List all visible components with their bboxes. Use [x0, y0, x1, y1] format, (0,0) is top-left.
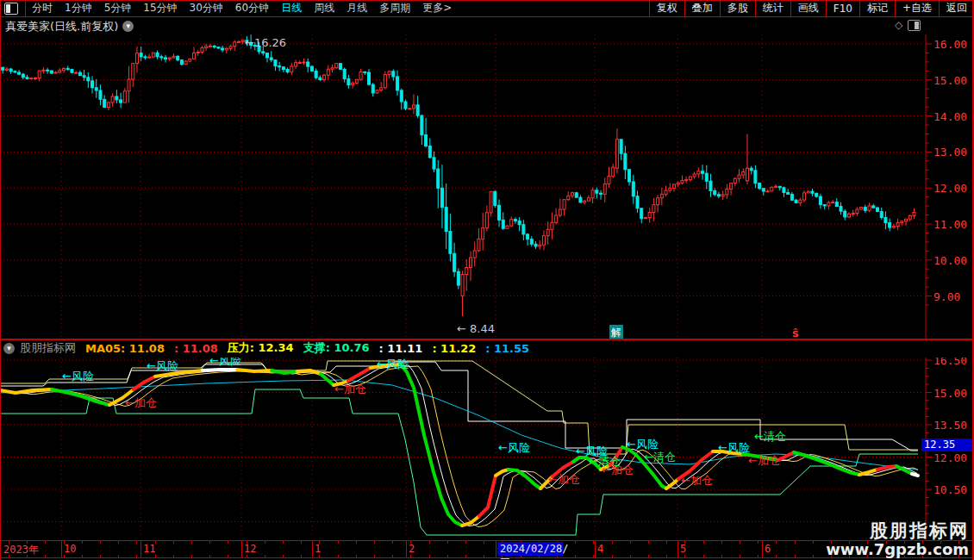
axis-tick [575, 555, 576, 557]
menu-item-日线[interactable]: 日线 [275, 1, 308, 16]
menu-item-统计[interactable]: 统计 [756, 1, 790, 16]
month-separator [241, 541, 242, 557]
menu-item-15分钟[interactable]: 15分钟 [137, 1, 183, 16]
axis-tick [374, 555, 375, 557]
lower-band-line [0, 389, 918, 535]
axis-tick [740, 541, 740, 544]
axis-label: 1 [315, 543, 321, 555]
menu-item-返回[interactable]: 返回 [940, 1, 974, 16]
svg-text:14.00: 14.00 [933, 110, 967, 123]
axis-tick [338, 541, 339, 544]
axis-tick [630, 541, 631, 544]
indicator-value: MA05: 11.08 [85, 342, 165, 355]
signal-risk: ←风险 [147, 359, 178, 372]
month-separator [312, 541, 313, 557]
menubar: 分时1分钟5分钟15分钟30分钟60分钟日线周线月线多周期更多> 复权叠加多股统… [0, 0, 974, 16]
split-window-icon[interactable] [908, 20, 921, 31]
axis-tick [612, 541, 613, 544]
p1-price-axis: 16.0015.0014.0013.0012.0011.0010.009.00 [926, 38, 967, 305]
axis-tick [776, 541, 777, 544]
svg-text:15.00: 15.00 [933, 74, 967, 87]
axis-tick [392, 541, 393, 544]
month-separator [406, 541, 407, 557]
month-separator [595, 541, 596, 557]
month-separator [496, 541, 496, 557]
axis-tick [795, 541, 796, 544]
watermark: 股朋指标网 www.7gpzb.com [826, 521, 969, 558]
menu-item-60分钟[interactable]: 60分钟 [229, 1, 275, 16]
window-layout-icon[interactable] [4, 3, 18, 15]
signal-risk: ←风险 [627, 438, 659, 451]
axis-tick [795, 555, 796, 557]
menu-item-画线[interactable]: 画线 [791, 1, 826, 16]
axis-tick [118, 555, 119, 557]
axis-tick [721, 555, 722, 557]
menu-item-多周期[interactable]: 多周期 [373, 1, 416, 16]
candlestick-panel[interactable]: 16.0015.0014.0013.0012.0011.0010.009.00←… [0, 34, 974, 339]
axis-tick [100, 555, 101, 557]
indicator-value: : 11.08 [174, 342, 218, 355]
menu-item-30分钟[interactable]: 30分钟 [184, 1, 229, 16]
axis-tick [447, 541, 448, 544]
signal-clear: ←清仓 [644, 451, 676, 464]
menu-item-周线[interactable]: 周线 [308, 1, 340, 16]
svg-text:11.00: 11.00 [933, 218, 967, 231]
axis-tick [575, 541, 576, 544]
axis-tick [429, 555, 430, 557]
axis-tick [703, 541, 704, 544]
menu-item-多股[interactable]: 多股 [721, 1, 755, 16]
indicator-value: : 11.55 [485, 342, 529, 355]
axis-tick [301, 555, 302, 557]
stock-title[interactable]: 真爱美家(日线.前复权) [5, 19, 118, 34]
axis-tick [173, 555, 174, 557]
axis-tick [45, 541, 46, 544]
axis-label: 6 [765, 543, 771, 555]
chevron-down-icon[interactable]: ▾ [3, 343, 15, 354]
menu-item-1分钟[interactable]: 1分钟 [59, 1, 98, 16]
signal-risk: ←风险 [718, 441, 750, 454]
menu-item-月线[interactable]: 月线 [340, 1, 373, 16]
axis-tick [283, 555, 284, 557]
indicator-panel[interactable]: 16.5015.0013.5012.0010.50←风险←风险←风险←风险←加仓… [0, 358, 974, 540]
app-window: 分时1分钟5分钟15分钟30分钟60分钟日线周线月线多周期更多> 复权叠加多股统… [0, 0, 974, 560]
axis-label: 2023年 [3, 543, 39, 557]
diamond-icon[interactable]: ◇ [895, 19, 902, 31]
axis-tick [356, 541, 357, 544]
axis-tick [484, 541, 484, 544]
watermark-site-name: 股朋指标网 [826, 521, 969, 541]
axis-tick [813, 541, 814, 544]
axis-tick [776, 555, 777, 557]
axis-tick [136, 541, 137, 544]
axis-tick [283, 541, 284, 544]
low-price-label: ← 8.44 [457, 322, 495, 335]
menu-item-叠加[interactable]: 叠加 [685, 1, 720, 16]
axis-tick [465, 541, 466, 544]
chevron-down-icon[interactable]: ▾ [122, 21, 134, 32]
svg-text:12.00: 12.00 [933, 182, 967, 195]
axis-tick [612, 555, 613, 557]
svg-text:9.00: 9.00 [933, 290, 960, 303]
axis-tick [666, 555, 667, 557]
axis-tick [191, 541, 192, 544]
axis-tick [392, 555, 393, 557]
main-indicator-line [0, 364, 918, 526]
menu-item-复权[interactable]: 复权 [650, 1, 684, 16]
signal-add: ←加仓 [548, 473, 580, 486]
axis-tick [118, 541, 119, 544]
signal-add: ←加仓 [602, 464, 634, 476]
axis-tick [684, 555, 685, 557]
menu-item-更多>[interactable]: 更多> [416, 1, 458, 16]
axis-tick [410, 555, 411, 557]
menu-item-分时[interactable]: 分时 [26, 1, 59, 16]
menu-item-5分钟[interactable]: 5分钟 [98, 1, 138, 16]
menubar-border [0, 16, 974, 17]
menu-item-标记[interactable]: 标记 [860, 1, 895, 16]
p2-price-axis: 16.5015.0013.5012.0010.50 [926, 358, 967, 513]
menu-item-+自选[interactable]: +自选 [896, 1, 939, 16]
period-menu: 分时1分钟5分钟15分钟30分钟60分钟日线周线月线多周期更多> [0, 0, 458, 16]
axis-tick [429, 541, 430, 544]
menu-item-F10[interactable]: F10 [827, 3, 859, 15]
axis-tick [247, 555, 247, 557]
axis-tick [136, 555, 137, 557]
axis-tick [155, 555, 156, 557]
